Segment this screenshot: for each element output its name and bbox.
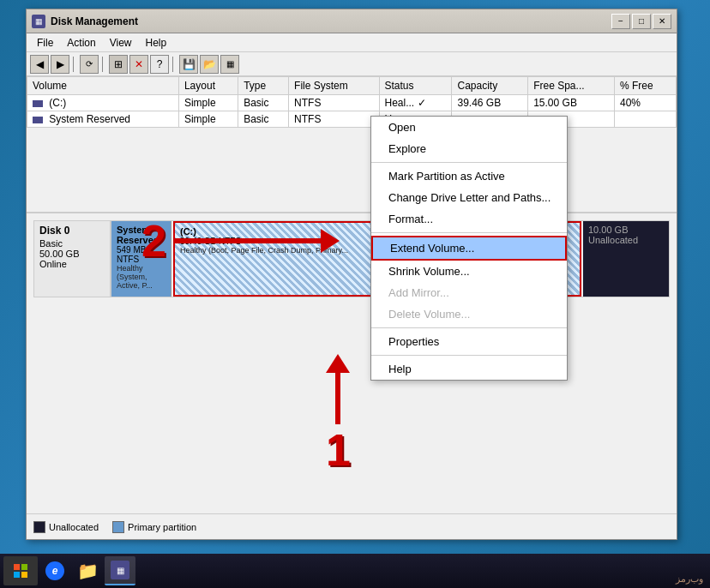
arrow-head-right xyxy=(321,229,340,253)
ctx-explore[interactable]: Explore xyxy=(371,138,567,159)
annotation-number-1: 1 xyxy=(326,428,351,472)
ctx-delete-volume: Delete Volume... xyxy=(371,303,567,325)
primary-legend-box xyxy=(112,521,124,533)
col-layout[interactable]: Layout xyxy=(178,77,238,95)
col-filesystem[interactable]: File System xyxy=(289,77,379,95)
title-buttons: − □ ✕ xyxy=(611,14,671,29)
back-button[interactable]: ◀ xyxy=(30,55,49,74)
status-bar: Unallocated Primary partition xyxy=(27,513,677,539)
svg-rect-0 xyxy=(14,564,20,570)
delete-button[interactable]: ✕ xyxy=(129,55,148,74)
disk-management-window: ▦ Disk Management − □ ✕ File Action View… xyxy=(26,9,677,540)
ctx-format[interactable]: Format... xyxy=(371,208,567,230)
col-pctfree[interactable]: % Free xyxy=(614,77,676,95)
ctx-open[interactable]: Open xyxy=(371,117,567,138)
forward-button[interactable]: ▶ xyxy=(51,55,69,74)
ctx-sep-4 xyxy=(371,355,567,356)
properties-button[interactable]: ⊞ xyxy=(109,55,128,74)
ctx-mark-active[interactable]: Mark Partition as Active xyxy=(371,165,567,187)
separator-3 xyxy=(172,57,176,72)
ctx-sep-1 xyxy=(371,162,567,163)
unallocated-size: 10.00 GB xyxy=(588,225,664,235)
ctx-shrink-volume[interactable]: Shrink Volume... xyxy=(371,261,567,282)
annotation-arrow-1: 1 xyxy=(326,354,351,472)
primary-legend-text: Primary partition xyxy=(128,522,196,532)
ctx-help[interactable]: Help xyxy=(371,358,567,380)
disk-label: Disk 0 Basic 50.00 GB Online xyxy=(33,220,111,297)
arrow-up-shape xyxy=(326,354,350,424)
cell-type: Basic xyxy=(238,95,289,111)
content-area: Volume Layout Type File System Status Ca… xyxy=(27,76,677,539)
arrow-line-v xyxy=(335,373,340,424)
menu-help[interactable]: Help xyxy=(139,35,174,51)
separator-2 xyxy=(102,57,105,72)
start-button[interactable] xyxy=(3,556,38,585)
cell-layout: Simple xyxy=(178,95,238,111)
svg-rect-2 xyxy=(14,572,20,578)
extra-button[interactable]: ▦ xyxy=(220,55,239,74)
unallocated-legend-text: Unallocated xyxy=(49,522,99,532)
unallocated-label: Unallocated xyxy=(588,235,664,245)
cell-volume2: System Reserved xyxy=(27,111,179,128)
svg-rect-3 xyxy=(21,572,27,578)
close-button[interactable]: ✕ xyxy=(653,14,671,29)
volume-table-section: Volume Layout Type File System Status Ca… xyxy=(27,76,677,213)
disk-section: Disk 0 Basic 50.00 GB Online System Rese… xyxy=(27,213,677,513)
cell-type2: Basic xyxy=(238,111,289,128)
arrow-right-shape xyxy=(175,229,340,253)
taskbar-diskmgmt-icon[interactable]: ▦ xyxy=(105,556,135,585)
col-status[interactable]: Status xyxy=(379,77,452,95)
menu-file[interactable]: File xyxy=(30,35,60,51)
table-row[interactable]: System Reserved Simple Basic NTFS Hea... xyxy=(27,111,677,128)
cell-capacity: 39.46 GB xyxy=(452,95,528,111)
cell-volume: (C:) xyxy=(27,95,179,111)
minimize-button[interactable]: − xyxy=(611,14,630,29)
window-title: Disk Management xyxy=(51,15,138,27)
menu-action[interactable]: Action xyxy=(60,35,102,51)
menu-bar: File Action View Help xyxy=(27,33,677,52)
refresh-button[interactable]: ⟳ xyxy=(80,55,99,74)
title-bar-left: ▦ Disk Management xyxy=(32,15,138,28)
ctx-sep-2 xyxy=(371,232,567,233)
save-button[interactable]: 💾 xyxy=(179,55,198,74)
col-type[interactable]: Type xyxy=(238,77,289,95)
svg-rect-1 xyxy=(21,564,27,570)
context-menu: Open Explore Mark Partition as Active Ch… xyxy=(370,116,568,381)
maximize-button[interactable]: □ xyxy=(632,14,651,29)
unallocated-partition[interactable]: 10.00 GB Unallocated xyxy=(583,221,669,297)
table-row[interactable]: (C:) Simple Basic NTFS Heal... ✓ 39.46 G… xyxy=(27,95,677,111)
col-capacity[interactable]: Capacity xyxy=(452,77,528,95)
disk-0-row: Disk 0 Basic 50.00 GB Online System Rese… xyxy=(33,220,670,297)
col-volume[interactable]: Volume xyxy=(27,77,179,95)
ctx-add-mirror: Add Mirror... xyxy=(371,282,567,303)
help-disk-button[interactable]: ? xyxy=(150,55,169,74)
annotation-number-2: 2 xyxy=(141,219,166,263)
disk-status: Online xyxy=(39,259,105,269)
watermark-text: وب‌رمز xyxy=(676,573,703,585)
drive-icon xyxy=(33,100,43,107)
unallocated-legend-box xyxy=(33,521,45,533)
toolbar: ◀ ▶ ⟳ ⊞ ✕ ? 💾 📂 ▦ xyxy=(27,52,677,76)
legend-unallocated: Unallocated xyxy=(33,521,99,533)
volume-table: Volume Layout Type File System Status Ca… xyxy=(27,76,677,128)
col-free[interactable]: Free Spa... xyxy=(528,77,615,95)
disk-management-taskbar-icon: ▦ xyxy=(111,561,129,579)
cell-layout2: Simple xyxy=(178,111,238,128)
partition-status-sysres: Healthy (System, Active, P... xyxy=(117,264,165,290)
ctx-extend-volume[interactable]: Extend Volume... xyxy=(371,236,567,261)
legend-primary: Primary partition xyxy=(112,521,196,533)
cell-pct2 xyxy=(614,111,676,128)
cell-pct: 40% xyxy=(614,95,676,111)
disk-name: Disk 0 xyxy=(39,225,105,237)
open-folder-button[interactable]: 📂 xyxy=(200,55,219,74)
ctx-sep-3 xyxy=(371,327,567,328)
ctx-change-letter[interactable]: Change Drive Letter and Paths... xyxy=(371,187,567,208)
taskbar-ie-icon[interactable]: e xyxy=(39,556,70,585)
separator-1 xyxy=(73,57,76,72)
ctx-properties[interactable]: Properties xyxy=(371,331,567,352)
cell-fs2: NTFS xyxy=(289,111,379,128)
annotation-arrow-2: 2 xyxy=(141,219,340,263)
cell-fs: NTFS xyxy=(289,95,379,111)
menu-view[interactable]: View xyxy=(103,35,139,51)
taskbar-folder-icon[interactable]: 📁 xyxy=(72,556,103,585)
